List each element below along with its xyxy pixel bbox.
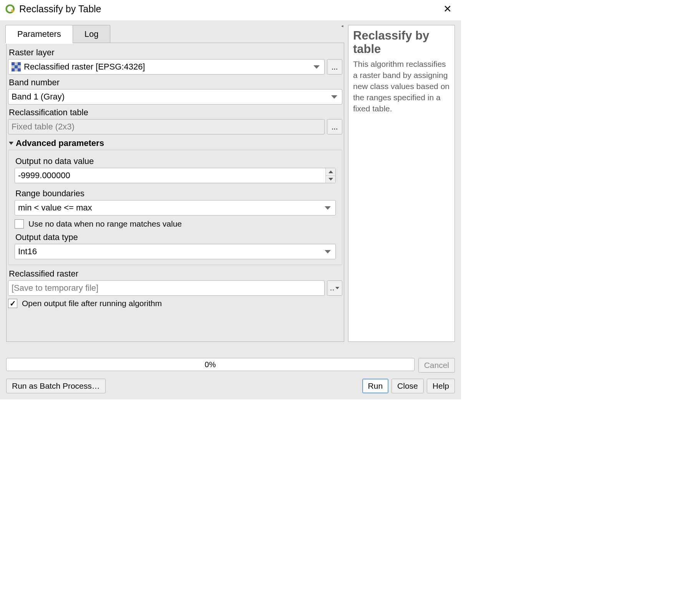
raster-layer-label: Raster layer <box>9 48 342 58</box>
dialog-footer: 0% Cancel Run as Batch Process… Run Clos… <box>6 342 455 399</box>
run-batch-button[interactable]: Run as Batch Process… <box>6 379 106 393</box>
raster-layer-value: Reclassified raster [EPSG:4326] <box>24 62 145 72</box>
band-label: Band number <box>9 78 342 88</box>
nodata-spinbox[interactable] <box>15 168 336 183</box>
output-dtype-value: Int16 <box>18 247 37 257</box>
output-raster-label: Reclassified raster <box>9 269 342 279</box>
chevron-down-icon <box>331 95 337 99</box>
window-title: Reclassify by Table <box>19 3 440 15</box>
chevron-up-icon <box>328 171 333 173</box>
splitter-handle-icon[interactable]: ◂ <box>341 23 343 28</box>
raster-layer-browse-button[interactable]: ... <box>327 59 342 75</box>
chevron-down-icon <box>328 178 333 181</box>
output-path-placeholder: [Save to temporary file] <box>12 283 98 293</box>
dialog-window: Reclassify by Table ✕ ◂ Parameters Log R… <box>0 0 461 399</box>
output-path-field[interactable]: [Save to temporary file] <box>8 280 325 296</box>
reclass-table-value: Fixed table (2x3) <box>12 122 75 132</box>
output-browse-button[interactable]: .. <box>327 280 342 296</box>
tab-log[interactable]: Log <box>73 25 111 43</box>
tab-parameters[interactable]: Parameters <box>5 25 73 43</box>
spin-down-button[interactable] <box>326 176 335 183</box>
use-nodata-label: Use no data when no range matches value <box>28 219 182 229</box>
chevron-down-icon <box>325 250 331 253</box>
advanced-group: Output no data value Range boundaries <box>8 150 342 265</box>
range-boundaries-combo[interactable]: min < value <= max <box>15 200 336 215</box>
help-title: Reclassify by table <box>353 29 450 56</box>
spin-up-button[interactable] <box>326 168 335 176</box>
raster-layer-combo[interactable]: Reclassified raster [EPSG:4326] <box>8 59 325 75</box>
progress-bar: 0% <box>6 358 415 371</box>
band-combo[interactable]: Band 1 (Gray) <box>8 89 342 104</box>
output-dtype-combo[interactable]: Int16 <box>15 244 336 259</box>
nodata-input[interactable] <box>15 168 336 183</box>
cancel-button[interactable]: Cancel <box>418 358 455 373</box>
run-button[interactable]: Run <box>362 379 389 393</box>
use-nodata-checkbox[interactable] <box>15 219 24 229</box>
raster-layer-thumb-icon <box>12 62 21 71</box>
advanced-toggle[interactable]: Advanced parameters <box>8 138 342 148</box>
tab-panel-parameters: Raster layer Reclassified raster [EPSG:4… <box>6 43 344 342</box>
help-panel: Reclassify by table This algorithm recla… <box>348 25 455 342</box>
reclass-table-edit-button[interactable]: ... <box>327 119 342 134</box>
parameters-column: Parameters Log Raster layer Reclassified… <box>6 25 344 342</box>
title-bar: Reclassify by Table ✕ <box>0 0 461 20</box>
band-value: Band 1 (Gray) <box>12 92 65 102</box>
reclass-table-display: Fixed table (2x3) <box>8 119 325 134</box>
close-icon[interactable]: ✕ <box>440 3 456 15</box>
range-boundaries-value: min < value <= max <box>18 203 92 213</box>
chevron-down-icon <box>314 65 320 69</box>
open-output-label: Open output file after running algorithm <box>22 299 162 308</box>
chevron-down-icon <box>325 206 331 210</box>
nodata-label: Output no data value <box>15 156 336 166</box>
tab-bar: Parameters Log <box>5 25 344 43</box>
open-output-checkbox[interactable] <box>8 299 17 308</box>
ellipsis-icon: .. <box>330 285 335 292</box>
advanced-header-text: Advanced parameters <box>16 138 104 148</box>
expand-triangle-icon <box>9 142 13 145</box>
reclass-table-label: Reclassification table <box>9 108 342 118</box>
qgis-icon <box>5 4 15 14</box>
close-button[interactable]: Close <box>391 379 424 393</box>
chevron-down-icon <box>335 287 339 289</box>
range-boundaries-label: Range boundaries <box>15 189 336 199</box>
progress-text: 0% <box>205 360 216 369</box>
dialog-body: ◂ Parameters Log Raster layer Reclassifi… <box>0 20 461 399</box>
help-button[interactable]: Help <box>427 379 455 393</box>
help-text: This algorithm reclassifies a raster ban… <box>353 59 450 114</box>
output-dtype-label: Output data type <box>15 232 336 242</box>
